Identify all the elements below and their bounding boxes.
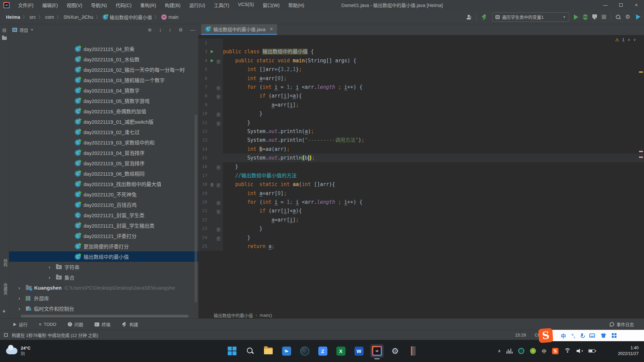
menu-item-11[interactable]: 帮助(H)	[285, 0, 308, 10]
media-player-button[interactable]	[407, 344, 420, 358]
tray-app-plus-icon[interactable]	[530, 348, 536, 354]
menu-item-3[interactable]: 导航(N)	[87, 0, 110, 10]
tree-item[interactable]: Cday20221119_06_数组相同	[9, 168, 198, 179]
tree-item[interactable]: Cday20221116_05_猜数字游戏	[9, 96, 198, 106]
locate-file-icon[interactable]: ⊕	[148, 27, 152, 33]
word-button[interactable]: W	[352, 344, 366, 358]
coverage-button[interactable]	[592, 14, 597, 20]
menu-item-4[interactable]: 代码(C)	[112, 0, 135, 10]
menu-item-5[interactable]: 重构(R)	[137, 0, 160, 10]
profile-button[interactable]: ▾	[466, 15, 472, 19]
app-z-button[interactable]: Z	[316, 344, 329, 358]
wifi-icon[interactable]	[564, 348, 571, 354]
code-line-2[interactable]: 2	[199, 39, 644, 47]
fold-open-icon[interactable]: ∨	[217, 183, 220, 187]
todo-toolwindow-button[interactable]: ≡ TODO	[39, 322, 56, 327]
favorites-toolwindow-button[interactable]: 收藏夹	[2, 283, 8, 295]
plugin-logo-icon[interactable]	[635, 14, 641, 20]
run-configuration-select[interactable]: 遍历学生类中的变量1 ▼	[492, 12, 569, 22]
menu-item-6[interactable]: 构建(B)	[161, 0, 184, 10]
sogou-logo-icon[interactable]: S	[538, 328, 553, 343]
problems-toolwindow-button[interactable]: ! 问题	[68, 321, 83, 327]
audio-wave-icon[interactable]	[506, 348, 513, 354]
fold-open-icon[interactable]: ∨	[217, 201, 220, 205]
breadcrumb-item-4[interactable]: C输出数组中的最小值	[103, 14, 152, 20]
code-line-24[interactable]: 24∧ }	[199, 233, 644, 242]
chevron-right-icon[interactable]: ›	[18, 285, 23, 291]
chevron-right-icon[interactable]: ›	[49, 264, 53, 270]
toolbox-grid-icon[interactable]	[612, 333, 616, 338]
skin-icon[interactable]	[601, 334, 606, 338]
tree-item[interactable]: C输出数组中的最小值	[9, 251, 198, 262]
tree-item[interactable]: Cday20221115_04_阶乘	[9, 44, 198, 54]
app-sphere-button[interactable]	[298, 344, 311, 358]
fold-close-icon[interactable]: ∧	[217, 113, 220, 117]
sogou-tray-icon[interactable]: S	[552, 348, 558, 354]
code-line-20[interactable]: 20∨ for (int i = 1; i <arr.length ; i++)…	[199, 198, 644, 206]
code-line-15[interactable]: 15 System.out.println(b);	[199, 154, 644, 162]
code-line-25[interactable]: 25 return a;	[199, 242, 644, 251]
keyboard-icon[interactable]	[589, 334, 595, 338]
breadcrumb-item-5[interactable]: mmain	[161, 14, 178, 20]
code-line-23[interactable]: 23∧ }	[199, 224, 644, 233]
tree-item[interactable]: Cday20221119_找出数组中的最大值	[9, 179, 198, 189]
terminal-toolwindow-button[interactable]: >_ 终端	[95, 321, 110, 327]
project-view-selector[interactable]: 项目 ▼	[12, 27, 34, 33]
tree-item[interactable]: Cday20221119_05_冒泡排序	[9, 158, 198, 168]
fold-close-icon[interactable]: ∧	[217, 166, 220, 170]
app-blue-button[interactable]: 9▸	[280, 344, 293, 358]
tree-item[interactable]: Cday20221121_封装_学生输出类	[9, 220, 198, 231]
code-line-17[interactable]: 17 //输出数组中最小值的方法	[199, 171, 644, 180]
code-line-12[interactable]: 12 System.out.println(a);	[199, 127, 644, 136]
tree-item[interactable]: Cday20221116_02_输出一天中的每一分每一时	[9, 64, 198, 75]
menu-item-7[interactable]: 运行(U)	[185, 0, 209, 10]
code-line-9[interactable]: 9 a=arr[i];	[199, 101, 644, 109]
collapse-all-icon[interactable]: ↕	[169, 27, 171, 33]
breadcrumb-method[interactable]: main()	[260, 313, 272, 318]
speaker-icon[interactable]	[577, 349, 583, 353]
tree-item[interactable]: Cday20221116_奇偶数的加值	[9, 106, 198, 116]
code-line-11[interactable]: 11∧ }	[199, 118, 644, 127]
next-problem-icon[interactable]: ∨	[633, 38, 636, 42]
prev-problem-icon[interactable]: ∧	[628, 38, 630, 42]
fold-close-icon[interactable]: ∧	[217, 228, 220, 232]
fold-open-icon[interactable]: ∨	[217, 95, 220, 99]
tree-item[interactable]: Cday20221116_01_水仙数	[9, 54, 198, 64]
fold-open-icon[interactable]: ∨	[217, 60, 220, 64]
fold-close-icon[interactable]: ∧	[217, 237, 220, 241]
fold-open-icon[interactable]: ∨	[217, 86, 220, 90]
code-line-3[interactable]: 3public class 输出数组中的最小值 {	[199, 47, 644, 56]
code-line-10[interactable]: 10∧ }	[199, 109, 644, 118]
star-icon[interactable]: ★	[2, 309, 6, 314]
menu-item-1[interactable]: 编辑(E)	[39, 0, 62, 10]
structure-toolwindow-button[interactable]: 结构	[2, 259, 8, 267]
editor-tab[interactable]: C 输出数组中的最小值.java ✕	[201, 24, 277, 35]
file-explorer-button[interactable]	[262, 344, 275, 358]
microphone-icon[interactable]	[581, 333, 584, 338]
excel-button[interactable]: X	[334, 344, 347, 358]
hide-panel-icon[interactable]: —	[190, 27, 195, 33]
tray-app-icon[interactable]	[518, 348, 524, 354]
close-tab-icon[interactable]: ✕	[270, 26, 273, 32]
event-log-button[interactable]: 事件日志	[610, 321, 634, 327]
run-line-icon[interactable]	[211, 59, 214, 62]
code-line-16[interactable]: 16∧ }	[199, 162, 644, 171]
ime-indicator[interactable]: 中	[542, 348, 546, 354]
menu-item-2[interactable]: 视图(V)	[63, 0, 86, 10]
code-line-4[interactable]: 4∨ public static void main(String[] args…	[199, 56, 644, 65]
panel-settings-gear-icon[interactable]: ⚙	[178, 27, 183, 33]
menu-item-8[interactable]: 工具(T)	[210, 0, 233, 10]
menu-item-10[interactable]: 窗口(W)	[259, 0, 283, 10]
code-line-22[interactable]: 22 a=arr[i];	[199, 216, 644, 224]
tree-item[interactable]: Cday20221119_04_冒泡排序	[9, 147, 198, 158]
build-toolwindow-button[interactable]: 构建	[122, 321, 138, 327]
breadcrumb-class[interactable]: 输出数组中的最小值	[214, 312, 253, 318]
menu-item-0[interactable]: 文件(F)	[14, 0, 37, 10]
battery-icon[interactable]	[588, 349, 595, 353]
tree-item[interactable]: Cday20221119_01_减肥switch版	[9, 116, 198, 127]
breadcrumb-item-1[interactable]: src	[30, 14, 36, 20]
project-vertical-scrollbar[interactable]	[195, 115, 197, 302]
code-editor[interactable]: ⚠ 1 ∧ ∨ package com.ShiXun_JiChu; 23publ…	[199, 35, 644, 312]
tree-item[interactable]: Cday20221120_百钱百鸡	[9, 199, 198, 210]
settings-button[interactable]: ⚙	[388, 344, 402, 358]
